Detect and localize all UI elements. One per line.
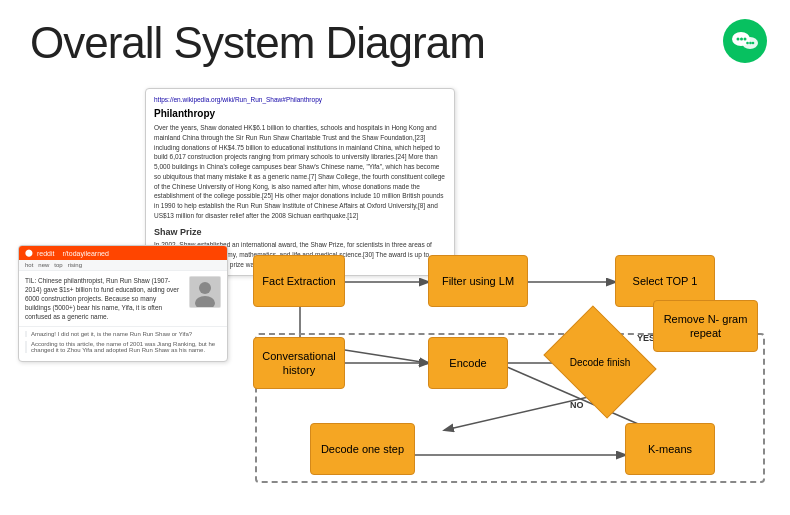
fact-extraction-label: Fact Extraction (262, 274, 335, 288)
conv-history-label: Conversational history (254, 349, 344, 378)
reddit-nav: hot new top rising (19, 260, 227, 271)
wiki-url[interactable]: https://en.wikipedia.org/wiki/Run_Run_Sh… (154, 95, 446, 104)
reddit-subreddit: r/todayilearned (63, 250, 109, 257)
conv-history-box: Conversational history (253, 337, 345, 389)
reddit-post: TIL: Chinese philanthropist, Run Run Sha… (19, 271, 227, 326)
kmeans-label: K-means (648, 442, 692, 456)
reddit-card: ⬤ reddit r/todayilearned hot new top ris… (18, 245, 228, 362)
reddit-comment-1: Amazing! I did not get it, is the name R… (25, 331, 221, 337)
svg-point-3 (737, 38, 740, 41)
wiki-section-title: Shaw Prize (154, 226, 446, 239)
fact-extraction-box: Fact Extraction (253, 255, 345, 307)
wiki-body-1: Over the years, Shaw donated HK$6.1 bill… (154, 123, 446, 221)
reddit-logo: ⬤ (25, 249, 33, 257)
flowchart: Fact Extraction Filter using LM Select T… (245, 245, 775, 500)
decode-finish-label: Decode finish (570, 356, 631, 369)
kmeans-box: K-means (625, 423, 715, 475)
svg-point-10 (199, 282, 211, 294)
svg-point-7 (749, 42, 752, 45)
no-label: NO (570, 400, 584, 410)
reddit-header: ⬤ reddit r/todayilearned (19, 246, 227, 260)
wechat-icon (722, 18, 768, 64)
filter-lm-label: Filter using LM (442, 274, 514, 288)
filter-lm-box: Filter using LM (428, 255, 528, 307)
svg-point-8 (752, 42, 755, 45)
reddit-label: reddit (37, 250, 55, 257)
svg-point-4 (740, 38, 743, 41)
reddit-comments: Amazing! I did not get it, is the name R… (19, 326, 227, 361)
reddit-comment-2: According to this article, the name of 2… (25, 341, 221, 353)
page-title: Overall System Diagram (30, 18, 485, 68)
reddit-nav-new[interactable]: new (38, 262, 49, 268)
decode-one-step-label: Decode one step (321, 442, 404, 456)
decode-finish-diamond: Decode finish (555, 327, 645, 397)
reddit-nav-hot[interactable]: hot (25, 262, 33, 268)
remove-ngram-box: Remove N- gram repeat (653, 300, 758, 352)
svg-point-5 (744, 38, 747, 41)
reddit-avatar (189, 276, 221, 308)
svg-point-6 (746, 42, 749, 45)
remove-ngram-label: Remove N- gram repeat (654, 312, 757, 341)
encode-box: Encode (428, 337, 508, 389)
reddit-nav-top[interactable]: top (54, 262, 62, 268)
decode-one-step-box: Decode one step (310, 423, 415, 475)
wiki-title: Philanthropy (154, 107, 446, 121)
encode-label: Encode (449, 356, 486, 370)
reddit-nav-rising[interactable]: rising (68, 262, 82, 268)
reddit-post-text: TIL: Chinese philanthropist, Run Run Sha… (25, 276, 183, 321)
select-top1-label: Select TOP 1 (633, 274, 698, 288)
